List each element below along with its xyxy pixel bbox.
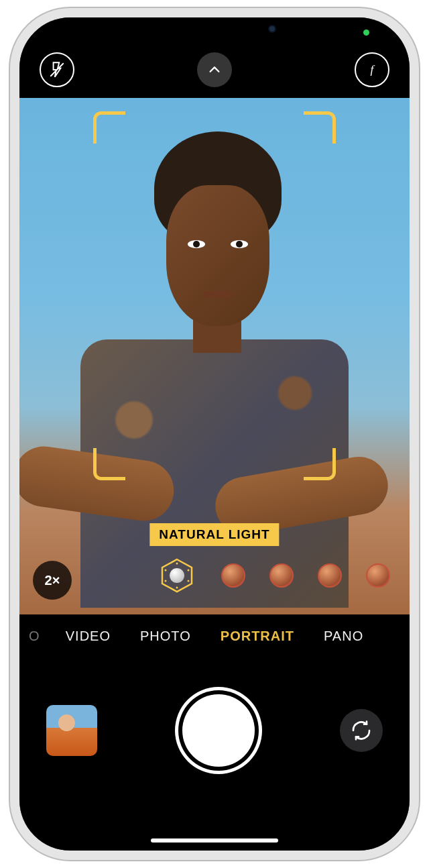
svg-point-7 [165, 580, 167, 582]
lighting-option-stage[interactable] [318, 563, 342, 588]
mode-video[interactable]: VIDEO [66, 629, 111, 644]
camera-flip-button[interactable] [340, 709, 383, 752]
camera-app-screen: f NATURAL LIGHT [19, 17, 410, 851]
camera-flip-icon [351, 720, 372, 741]
focus-bracket-tr [304, 111, 336, 144]
svg-point-5 [188, 580, 190, 582]
home-indicator[interactable] [151, 838, 278, 843]
mode-pano[interactable]: PANO [324, 629, 363, 644]
front-camera-lens [268, 25, 276, 33]
svg-text:f: f [371, 63, 375, 76]
svg-point-4 [188, 569, 190, 572]
camera-viewfinder[interactable]: NATURAL LIGHT 2× [19, 98, 410, 614]
expand-controls-button[interactable] [197, 52, 232, 87]
mode-portrait[interactable]: PORTRAIT [221, 629, 294, 644]
focus-bracket-br [304, 448, 336, 480]
camera-modes-row[interactable]: O VIDEO PHOTO PORTRAIT PANO [19, 614, 410, 651]
lighting-mode-label: NATURAL LIGHT [149, 523, 279, 546]
lighting-option-natural[interactable] [160, 558, 194, 593]
zoom-level-button[interactable]: 2× [33, 561, 72, 600]
mode-edge-hint: O [29, 629, 40, 644]
focus-bracket-bl [93, 448, 125, 480]
last-photo-thumbnail[interactable] [46, 705, 97, 756]
flash-off-icon [48, 61, 66, 78]
bottom-control-bar [19, 651, 410, 851]
flash-toggle-button[interactable] [40, 52, 74, 87]
focus-bracket-tl [93, 111, 125, 144]
depth-control-button[interactable]: f [355, 52, 389, 87]
iphone-device-frame: f NATURAL LIGHT [10, 8, 419, 860]
lighting-option-stage-mono[interactable] [366, 563, 390, 588]
chevron-up-icon [207, 62, 222, 77]
lighting-option-contour[interactable] [269, 563, 294, 588]
camera-active-indicator [363, 30, 369, 36]
svg-point-6 [176, 587, 178, 589]
zoom-level-label: 2× [45, 573, 60, 588]
mode-photo[interactable]: PHOTO [140, 629, 191, 644]
svg-point-8 [165, 569, 167, 572]
lighting-option-studio[interactable] [221, 563, 245, 588]
f-depth-icon: f [363, 61, 381, 78]
lighting-options-carousel[interactable] [19, 558, 410, 593]
device-notch [134, 17, 295, 40]
svg-point-3 [176, 563, 178, 565]
shutter-button[interactable] [182, 694, 255, 767]
